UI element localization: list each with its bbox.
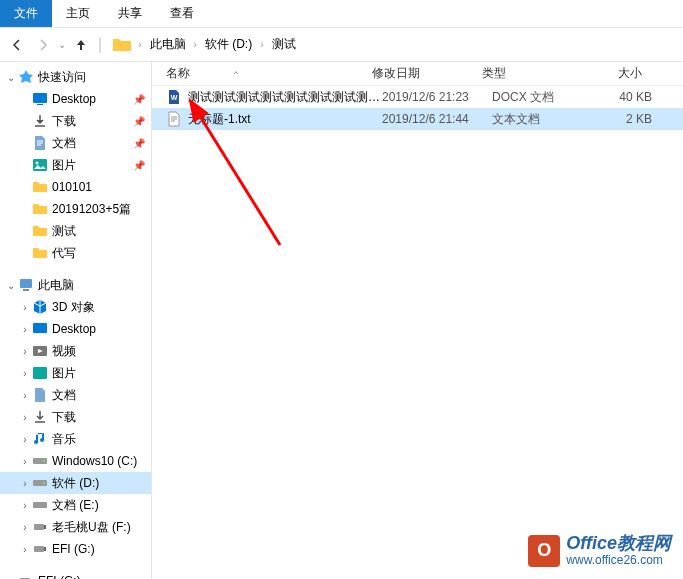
- download-icon: [32, 113, 48, 129]
- word-file-icon: W: [166, 89, 182, 105]
- usb-icon: [32, 541, 48, 557]
- sidebar-drive-f[interactable]: › 老毛桃U盘 (F:): [0, 516, 151, 538]
- sidebar-item-label: 20191203+5篇: [52, 201, 151, 218]
- folder-icon: [32, 179, 48, 195]
- watermark-url: www.office26.com: [566, 554, 671, 567]
- usb-icon: [18, 573, 34, 579]
- watermark: O Office教程网 www.office26.com: [528, 534, 671, 567]
- collapse-icon[interactable]: ⌄: [4, 576, 18, 580]
- column-header-name[interactable]: 名称 ^: [152, 65, 372, 82]
- sidebar-pictures-2[interactable]: › 图片: [0, 362, 151, 384]
- svg-point-10: [43, 460, 45, 462]
- expand-icon[interactable]: ›: [18, 522, 32, 533]
- sidebar-item-label: 此电脑: [38, 277, 151, 294]
- column-header-date[interactable]: 修改日期: [372, 65, 482, 82]
- column-headers: 名称 ^ 修改日期 类型 大小: [152, 62, 683, 86]
- expand-icon[interactable]: ›: [18, 324, 32, 335]
- file-size: 40 KB: [592, 90, 662, 104]
- sidebar-documents[interactable]: 文档 📌: [0, 132, 151, 154]
- sidebar-drive-g[interactable]: › EFI (G:): [0, 538, 151, 560]
- sidebar-item-label: EFI (G:): [38, 574, 151, 579]
- svg-rect-13: [33, 502, 47, 508]
- sidebar-folder-test[interactable]: 测试: [0, 220, 151, 242]
- picture-icon: [32, 157, 48, 173]
- tab-file[interactable]: 文件: [0, 0, 52, 27]
- sidebar-item-label: 快速访问: [38, 69, 151, 86]
- svg-point-3: [36, 162, 39, 165]
- svg-rect-8: [33, 367, 47, 379]
- sidebar-desktop-2[interactable]: › Desktop: [0, 318, 151, 340]
- sidebar-item-label: EFI (G:): [52, 542, 151, 556]
- forward-button[interactable]: [30, 32, 56, 58]
- picture-icon: [32, 365, 48, 381]
- drive-icon: [32, 475, 48, 491]
- pc-icon: [18, 277, 34, 293]
- breadcrumb-drive[interactable]: 软件 (D:): [201, 34, 256, 55]
- navigation-pane[interactable]: ⌄ 快速访问 Desktop 📌 下载 📌 文档 📌 图片 📌: [0, 62, 152, 579]
- sidebar-item-label: Windows10 (C:): [52, 454, 151, 468]
- pin-icon: 📌: [133, 138, 145, 149]
- history-dropdown-icon[interactable]: ⌄: [58, 39, 66, 50]
- sidebar-music[interactable]: › 音乐: [0, 428, 151, 450]
- sidebar-item-label: 软件 (D:): [52, 475, 151, 492]
- breadcrumb: › 此电脑 › 软件 (D:) › 测试: [138, 34, 299, 55]
- folder-icon: [32, 223, 48, 239]
- sidebar-drive-d[interactable]: › 软件 (D:): [0, 472, 151, 494]
- sidebar-folder-20191203[interactable]: 20191203+5篇: [0, 198, 151, 220]
- svg-rect-16: [34, 546, 44, 552]
- sidebar-folder-010101[interactable]: 010101: [0, 176, 151, 198]
- file-row[interactable]: 无标题-1.txt 2019/12/6 21:44 文本文档 2 KB: [152, 108, 683, 130]
- sidebar-downloads[interactable]: 下载 📌: [0, 110, 151, 132]
- sidebar-videos[interactable]: › 视频: [0, 340, 151, 362]
- sidebar-3d-objects[interactable]: › 3D 对象: [0, 296, 151, 318]
- expand-icon[interactable]: ›: [18, 390, 32, 401]
- expand-icon[interactable]: ›: [18, 456, 32, 467]
- expand-icon[interactable]: ›: [18, 346, 32, 357]
- office-logo-icon: O: [528, 535, 560, 567]
- chevron-right-icon: ›: [138, 39, 141, 50]
- sidebar-item-label: 3D 对象: [52, 299, 151, 316]
- svg-point-12: [43, 482, 45, 484]
- sidebar-quick-access[interactable]: ⌄ 快速访问: [0, 66, 151, 88]
- breadcrumb-root[interactable]: 此电脑: [146, 34, 190, 55]
- sidebar-item-label: 代写: [52, 245, 151, 262]
- sidebar-drive-e[interactable]: › 文档 (E:): [0, 494, 151, 516]
- file-row[interactable]: W 测试测试测试测试测试测试测试测试测试... 2019/12/6 21:23 …: [152, 86, 683, 108]
- expand-icon[interactable]: ›: [18, 434, 32, 445]
- sidebar-desktop[interactable]: Desktop 📌: [0, 88, 151, 110]
- text-file-icon: [166, 111, 182, 127]
- collapse-icon[interactable]: ⌄: [4, 72, 18, 83]
- folder-icon: [112, 37, 132, 53]
- pin-icon: 📌: [133, 94, 145, 105]
- column-header-size[interactable]: 大小: [582, 65, 652, 82]
- breadcrumb-folder[interactable]: 测试: [268, 34, 300, 55]
- sort-indicator-icon: ^: [234, 69, 238, 78]
- up-button[interactable]: [68, 32, 94, 58]
- tab-view[interactable]: 查看: [156, 0, 208, 27]
- navigation-bar: ⌄ | › 此电脑 › 软件 (D:) › 测试: [0, 28, 683, 62]
- sidebar-this-pc[interactable]: ⌄ 此电脑: [0, 274, 151, 296]
- column-header-type[interactable]: 类型: [482, 65, 582, 82]
- sidebar-drive-c[interactable]: › Windows10 (C:): [0, 450, 151, 472]
- sidebar-drive-g-2[interactable]: ⌄ EFI (G:): [0, 570, 151, 579]
- expand-icon[interactable]: ›: [18, 412, 32, 423]
- tab-home[interactable]: 主页: [52, 0, 104, 27]
- sidebar-pictures[interactable]: 图片 📌: [0, 154, 151, 176]
- collapse-icon[interactable]: ⌄: [4, 280, 18, 291]
- sidebar-folder-write[interactable]: 代写: [0, 242, 151, 264]
- sidebar-item-label: 老毛桃U盘 (F:): [52, 519, 151, 536]
- sidebar-documents-2[interactable]: › 文档: [0, 384, 151, 406]
- file-list-pane: 名称 ^ 修改日期 类型 大小 W 测试测试测试测试测试测试测试测试测试... …: [152, 62, 683, 579]
- music-icon: [32, 431, 48, 447]
- expand-icon[interactable]: ›: [18, 500, 32, 511]
- back-button[interactable]: [4, 32, 30, 58]
- expand-icon[interactable]: ›: [18, 478, 32, 489]
- chevron-right-icon: ›: [260, 39, 263, 50]
- expand-icon[interactable]: ›: [18, 302, 32, 313]
- expand-icon[interactable]: ›: [18, 368, 32, 379]
- file-date: 2019/12/6 21:23: [382, 90, 492, 104]
- sidebar-downloads-2[interactable]: › 下载: [0, 406, 151, 428]
- expand-icon[interactable]: ›: [18, 544, 32, 555]
- tab-share[interactable]: 共享: [104, 0, 156, 27]
- svg-rect-6: [33, 323, 47, 333]
